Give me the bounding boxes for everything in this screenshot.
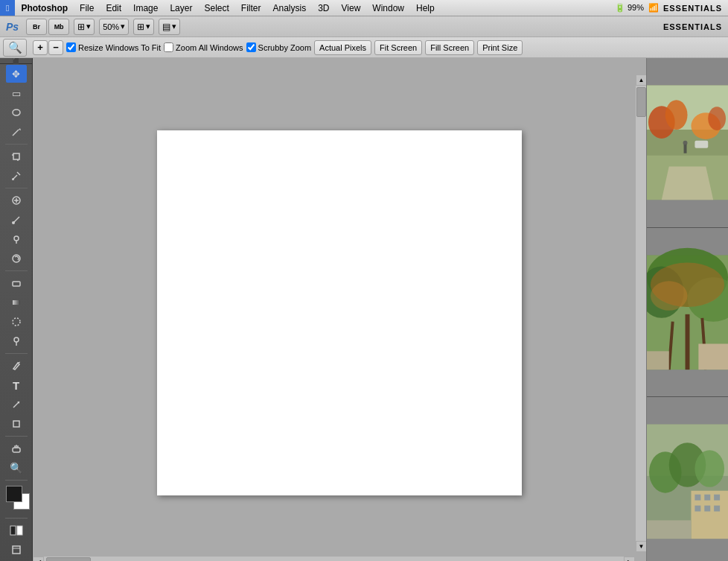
spot-heal-tool[interactable]	[6, 191, 27, 209]
zoom-in-button[interactable]: +	[33, 40, 48, 55]
svg-point-38	[708, 107, 726, 130]
photo-thumbnail-1[interactable]	[647, 58, 728, 228]
resize-windows-checkbox-label[interactable]: Resize Windows To Fit	[66, 42, 161, 52]
scroll-right[interactable]: ▶	[624, 557, 635, 562]
menu-3d[interactable]: 3D	[312, 0, 335, 16]
svg-rect-3	[13, 153, 19, 159]
menu-image[interactable]: Image	[127, 0, 164, 16]
zoom-tool-icon[interactable]: 🔍	[3, 39, 27, 57]
lasso-tool[interactable]	[6, 104, 27, 121]
svg-rect-54	[698, 343, 728, 370]
minibrige-button[interactable]: Mb	[48, 19, 69, 35]
svg-rect-17	[13, 282, 20, 286]
bridge-button[interactable]: Br	[26, 19, 47, 35]
bridge-btn-group: Br Mb	[26, 19, 69, 35]
svg-point-50	[651, 281, 688, 311]
svg-rect-29	[10, 526, 16, 535]
clone-stamp-tool[interactable]	[6, 230, 27, 248]
svg-rect-62	[695, 495, 700, 501]
toolbar: ⬛ ✥ ▭	[0, 58, 33, 561]
scroll-left[interactable]: ◀	[33, 557, 44, 562]
actual-pixels-button[interactable]: Actual Pixels	[314, 40, 371, 55]
workspace-dropdown[interactable]: ⊞ ▾	[74, 19, 95, 35]
svg-line-1	[13, 130, 19, 136]
svg-rect-41	[684, 145, 687, 153]
eyedropper-tool[interactable]	[6, 167, 27, 185]
svg-rect-30	[17, 526, 22, 535]
document-window: Untitled-1 @ 50% (RGB/8) ▲ ▼ ◀	[33, 58, 646, 561]
svg-rect-25	[13, 448, 20, 452]
vertical-scrollbar[interactable]: ▲ ▼	[635, 75, 646, 552]
zoom-out-button[interactable]: −	[48, 40, 63, 55]
shape-tool[interactable]	[6, 415, 27, 433]
brush-tool[interactable]	[6, 211, 27, 229]
svg-rect-31	[13, 546, 20, 554]
color-swatches	[4, 486, 28, 513]
pen-tool[interactable]	[6, 357, 27, 375]
scroll-down[interactable]: ▼	[636, 541, 646, 552]
scrubby-zoom-checkbox[interactable]	[246, 42, 256, 52]
svg-rect-18	[13, 300, 20, 305]
menu-analysis[interactable]: Analysis	[267, 0, 313, 16]
scroll-thumb[interactable]	[636, 87, 646, 117]
svg-rect-67	[714, 506, 720, 512]
scrubby-zoom-checkbox-label[interactable]: Scrubby Zoom	[246, 42, 312, 52]
screen-mode[interactable]	[6, 541, 27, 559]
svg-line-22	[18, 362, 20, 363]
foreground-color[interactable]	[6, 486, 22, 502]
scrubby-zoom-label: Scrubby Zoom	[258, 43, 312, 52]
svg-marker-40	[662, 167, 713, 200]
menu-filter[interactable]: Filter	[235, 0, 267, 16]
zoom-dropdown[interactable]: 50% ▾	[99, 19, 129, 35]
fill-screen-button[interactable]: Fill Screen	[425, 40, 474, 55]
white-canvas[interactable]	[157, 130, 522, 495]
zoom-view-tool[interactable]: 🔍	[6, 459, 27, 477]
apple-menu[interactable]: 	[0, 0, 15, 16]
menu-photoshop[interactable]: Photoshop	[15, 0, 74, 16]
svg-rect-63	[704, 495, 710, 501]
history-brush-tool[interactable]	[6, 250, 27, 267]
svg-point-19	[13, 318, 20, 326]
menu-view[interactable]: View	[336, 0, 367, 16]
magic-wand-tool[interactable]	[6, 123, 27, 141]
horizontal-scrollbar[interactable]: ◀ ▶	[33, 556, 635, 561]
zoom-all-checkbox[interactable]	[164, 42, 173, 52]
dodge-tool[interactable]	[6, 332, 27, 350]
blur-tool[interactable]	[6, 313, 27, 331]
svg-point-13	[12, 221, 15, 224]
move-tool[interactable]: ✥	[6, 65, 27, 83]
text-tool[interactable]: T	[6, 376, 27, 394]
options-bar: 🔍 + − Resize Windows To Fit Zoom All Win…	[0, 37, 728, 58]
zoom-arrow: ▾	[121, 22, 125, 31]
print-size-button[interactable]: Print Size	[477, 40, 523, 55]
svg-point-14	[14, 236, 19, 241]
menu-window[interactable]: Window	[366, 0, 410, 16]
app-toolbar: Ps Br Mb ⊞ ▾ 50% ▾ ⊞▾ ▤▾ ESSENTIALS	[0, 16, 728, 37]
menu-layer[interactable]: Layer	[164, 0, 198, 16]
menu-edit[interactable]: Edit	[100, 0, 127, 16]
eraser-tool[interactable]	[6, 274, 27, 292]
menu-file[interactable]: File	[74, 0, 100, 16]
menu-help[interactable]: Help	[410, 0, 441, 16]
crop-tool[interactable]	[6, 148, 27, 165]
svg-rect-68	[647, 521, 691, 539]
mask-mode[interactable]	[6, 522, 27, 539]
hand-tool[interactable]	[6, 440, 27, 457]
path-select-tool[interactable]	[6, 396, 27, 413]
arrange-dropdown[interactable]: ⊞▾	[133, 19, 154, 35]
resize-windows-checkbox[interactable]	[66, 42, 76, 52]
zoom-all-checkbox-label[interactable]: Zoom All Windows	[164, 42, 243, 52]
menu-select[interactable]: Select	[198, 0, 234, 16]
essentials-label: ESSENTIALS	[663, 4, 722, 13]
layout-dropdown[interactable]: ▤▾	[159, 19, 180, 35]
ps-logo: Ps	[6, 21, 19, 33]
hscroll-thumb[interactable]	[46, 557, 91, 562]
photo-thumbnail-3[interactable]	[647, 397, 728, 561]
scroll-up[interactable]: ▲	[636, 75, 646, 86]
fit-screen-button[interactable]: Fit Screen	[374, 40, 422, 55]
marquee-tool[interactable]: ▭	[6, 84, 27, 102]
svg-point-42	[683, 141, 688, 145]
photo-thumbnail-2[interactable]	[647, 228, 728, 398]
canvas-container[interactable]	[33, 58, 646, 561]
gradient-tool[interactable]	[6, 294, 27, 311]
